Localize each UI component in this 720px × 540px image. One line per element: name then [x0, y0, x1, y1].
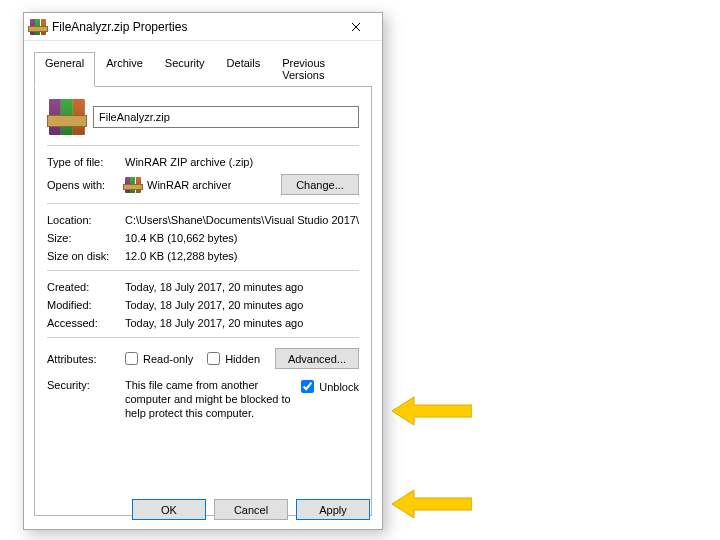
- client-area: General Archive Security Details Previou…: [24, 41, 382, 524]
- file-type-icon: [49, 99, 85, 135]
- accessed-label: Accessed:: [47, 317, 125, 329]
- window-title: FileAnalyzr.zip Properties: [52, 20, 336, 34]
- type-of-file-label: Type of file:: [47, 156, 125, 168]
- separator: [47, 145, 359, 146]
- separator: [47, 203, 359, 204]
- created-label: Created:: [47, 281, 125, 293]
- properties-dialog: FileAnalyzr.zip Properties General Archi…: [23, 12, 383, 530]
- security-text: This file came from another computer and…: [125, 379, 301, 420]
- unblock-checkbox-input[interactable]: [301, 380, 314, 393]
- apply-button[interactable]: Apply: [296, 499, 370, 520]
- size-on-disk-value: 12.0 KB (12,288 bytes): [125, 250, 359, 262]
- tab-archive[interactable]: Archive: [95, 52, 154, 87]
- location-value: C:\Users\Shane\Documents\Visual Studio 2…: [125, 214, 359, 226]
- tab-details[interactable]: Details: [216, 52, 272, 87]
- winrar-icon: [30, 19, 46, 35]
- tab-previous-versions[interactable]: Previous Versions: [271, 52, 372, 87]
- hidden-checkbox-label: Hidden: [225, 353, 260, 365]
- readonly-checkbox-label: Read-only: [143, 353, 193, 365]
- hidden-checkbox-input[interactable]: [207, 352, 220, 365]
- svg-marker-1: [392, 490, 472, 518]
- modified-label: Modified:: [47, 299, 125, 311]
- size-on-disk-label: Size on disk:: [47, 250, 125, 262]
- created-value: Today, 18 July 2017, 20 minutes ago: [125, 281, 359, 293]
- unblock-checkbox-label: Unblock: [319, 381, 359, 393]
- opens-with-value: WinRAR archiver: [147, 179, 231, 191]
- close-button[interactable]: [336, 13, 376, 41]
- size-value: 10.4 KB (10,662 bytes): [125, 232, 359, 244]
- size-label: Size:: [47, 232, 125, 244]
- annotation-arrow-unblock: [392, 391, 472, 431]
- attributes-label: Attributes:: [47, 353, 125, 365]
- advanced-button[interactable]: Advanced...: [275, 348, 359, 369]
- filename-input[interactable]: [93, 106, 359, 128]
- tab-general[interactable]: General: [34, 52, 95, 87]
- readonly-checkbox-input[interactable]: [125, 352, 138, 365]
- hidden-checkbox[interactable]: Hidden: [207, 352, 260, 365]
- tab-strip: General Archive Security Details Previou…: [34, 51, 372, 87]
- tab-security[interactable]: Security: [154, 52, 216, 87]
- titlebar: FileAnalyzr.zip Properties: [24, 13, 382, 41]
- unblock-checkbox[interactable]: Unblock: [301, 380, 359, 393]
- type-of-file-value: WinRAR ZIP archive (.zip): [125, 156, 359, 168]
- annotation-arrow-apply: [392, 484, 472, 524]
- dialog-buttons: OK Cancel Apply: [132, 499, 370, 520]
- separator: [47, 337, 359, 338]
- location-label: Location:: [47, 214, 125, 226]
- cancel-button[interactable]: Cancel: [214, 499, 288, 520]
- svg-marker-0: [392, 397, 472, 425]
- general-panel: Type of file: WinRAR ZIP archive (.zip) …: [34, 87, 372, 516]
- ok-button[interactable]: OK: [132, 499, 206, 520]
- security-label: Security:: [47, 379, 125, 391]
- accessed-value: Today, 18 July 2017, 20 minutes ago: [125, 317, 359, 329]
- change-button[interactable]: Change...: [281, 174, 359, 195]
- readonly-checkbox[interactable]: Read-only: [125, 352, 193, 365]
- modified-value: Today, 18 July 2017, 20 minutes ago: [125, 299, 359, 311]
- opens-with-label: Opens with:: [47, 179, 125, 191]
- winrar-app-icon: [125, 177, 141, 193]
- separator: [47, 270, 359, 271]
- close-icon: [351, 22, 361, 32]
